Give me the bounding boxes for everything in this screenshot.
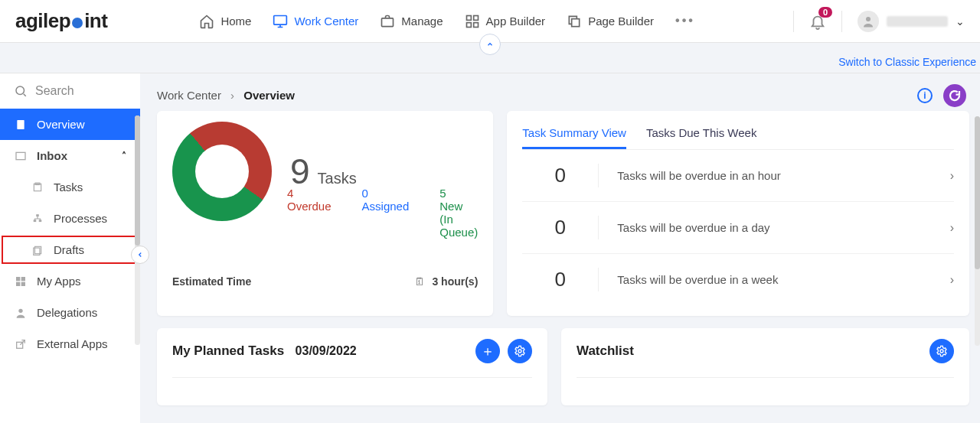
summary-row-text: Tasks will be overdue in a day <box>617 221 949 234</box>
grid-small-icon <box>14 275 28 288</box>
tab-due-this-week[interactable]: Tasks Due This Week <box>646 122 757 148</box>
page-actions: i <box>917 84 966 107</box>
sidebar-collapse-button[interactable] <box>131 246 149 264</box>
svg-point-24 <box>518 350 521 353</box>
logo[interactable]: agilep int <box>15 9 107 33</box>
summary-row[interactable]: 0 Tasks will be overdue in an hour › <box>522 150 954 202</box>
svg-rect-14 <box>34 220 37 222</box>
nav-manage-label: Manage <box>401 15 443 28</box>
sidebar-item-my-apps[interactable]: My Apps <box>0 265 140 297</box>
notifications-button[interactable]: 0 <box>809 13 826 30</box>
collapse-band: Switch to Classic Experience <box>0 43 980 73</box>
nav-more[interactable]: ••• <box>675 14 695 29</box>
divider <box>577 377 954 378</box>
breadcrumb-root[interactable]: Work Center <box>157 89 221 102</box>
body: Search Overview Inbox ˄ Tasks Pr <box>0 73 980 423</box>
stat-assigned-n: 0 <box>362 187 410 200</box>
sidebar-item-processes[interactable]: Processes <box>0 203 140 234</box>
planned-settings-button[interactable] <box>508 339 532 363</box>
sidebar-label: Processes <box>54 212 107 225</box>
chevron-right-icon: › <box>950 221 954 235</box>
sidebar-item-tasks[interactable]: Tasks <box>0 171 140 203</box>
tasks-icon <box>31 182 44 193</box>
person-icon <box>14 307 28 319</box>
switch-classic-link[interactable]: Switch to Classic Experience <box>838 56 976 68</box>
grid-icon <box>465 14 480 29</box>
nav-page-builder[interactable]: Page Builder <box>567 14 654 29</box>
tab-task-summary[interactable]: Task Summary View <box>522 122 626 149</box>
nav-manage[interactable]: Manage <box>380 14 443 29</box>
stat-assigned[interactable]: 0 Assigned <box>362 187 410 239</box>
svg-rect-20 <box>16 281 20 285</box>
chevron-right-icon: › <box>950 169 954 183</box>
copy-icon <box>567 14 582 29</box>
avatar-icon <box>858 11 879 32</box>
chevron-up-icon: ˄ <box>122 151 126 161</box>
nav-app-builder[interactable]: App Builder <box>465 14 546 29</box>
tasks-total: 9 <box>290 151 310 192</box>
sidebar-label: Delegations <box>37 306 97 319</box>
watchlist-title: Watchlist <box>577 343 634 359</box>
nav-home[interactable]: Home <box>199 14 251 29</box>
stat-overdue-label: Overdue <box>287 200 332 213</box>
separator <box>841 11 842 32</box>
main-nav: Home Work Center Manage App Builder Page… <box>199 14 778 29</box>
svg-rect-6 <box>572 18 580 26</box>
search-icon <box>14 84 28 98</box>
chevron-right-icon: › <box>950 273 954 287</box>
planned-tasks-card: My Planned Tasks 03/09/2022 ＋ <box>157 328 547 405</box>
sidebar-item-overview[interactable]: Overview <box>0 109 140 140</box>
svg-rect-2 <box>466 15 471 20</box>
stat-new[interactable]: 5 New (In Queue) <box>439 187 478 239</box>
svg-point-22 <box>18 308 22 312</box>
main: Work Center › Overview i 9 Tasks <box>140 73 980 423</box>
add-task-button[interactable]: ＋ <box>475 339 500 363</box>
sidebar-label: Drafts <box>54 243 84 256</box>
logo-text-pre: agilep <box>15 9 70 33</box>
summary-row[interactable]: 0 Tasks will be overdue in a day › <box>522 202 954 254</box>
user-menu[interactable]: ⌄ <box>858 11 965 32</box>
processes-icon <box>31 213 44 224</box>
planned-date: 03/09/2022 <box>296 344 357 357</box>
stat-new-n: 5 <box>439 187 478 200</box>
info-button[interactable]: i <box>917 88 933 103</box>
nav-app-builder-label: App Builder <box>486 15 546 28</box>
nav-work-center-label: Work Center <box>294 15 358 28</box>
svg-rect-0 <box>274 15 287 24</box>
main-scrollbar[interactable] <box>975 116 980 346</box>
external-icon <box>14 338 28 350</box>
separator <box>793 11 794 32</box>
nav-home-label: Home <box>220 15 251 28</box>
svg-rect-3 <box>473 15 478 20</box>
svg-point-25 <box>940 350 943 353</box>
sidebar-item-delegations[interactable]: Delegations <box>0 297 140 328</box>
refresh-button[interactable] <box>943 84 966 107</box>
svg-rect-10 <box>16 152 25 159</box>
breadcrumb-current: Overview <box>243 89 295 102</box>
stat-overdue-n: 4 <box>287 187 332 200</box>
briefcase-icon <box>380 14 395 29</box>
summary-row-count: 0 <box>522 268 599 291</box>
svg-rect-13 <box>36 214 39 216</box>
watchlist-settings-button[interactable] <box>929 339 954 363</box>
nav-work-center[interactable]: Work Center <box>273 14 358 29</box>
sidebar-item-external-apps[interactable]: External Apps <box>0 328 140 360</box>
summary-card: Task Summary View Tasks Due This Week 0 … <box>507 111 969 316</box>
svg-rect-19 <box>21 277 25 281</box>
sidebar-item-inbox[interactable]: Inbox ˄ <box>0 140 140 171</box>
summary-row[interactable]: 0 Tasks will be overdue in a week › <box>522 254 954 305</box>
sidebar-item-drafts[interactable]: Drafts <box>0 234 140 265</box>
collapse-up-button[interactable] <box>479 34 501 55</box>
search-input[interactable]: Search <box>0 73 140 109</box>
sidebar-label: My Apps <box>37 275 81 288</box>
sidebar-label: Overview <box>37 118 85 131</box>
summary-tabs: Task Summary View Tasks Due This Week <box>522 122 954 150</box>
cards-top: 9 Tasks 4 Overdue 0 Assigned <box>157 111 969 316</box>
stat-overdue[interactable]: 4 Overdue <box>287 187 332 239</box>
breadcrumb-sep: › <box>230 89 234 102</box>
sidebar-label: External Apps <box>37 337 108 350</box>
sidebar-scrollbar[interactable] <box>135 116 140 345</box>
sidebar-label: Tasks <box>54 181 83 194</box>
svg-point-8 <box>16 86 24 95</box>
inbox-icon <box>14 150 28 162</box>
